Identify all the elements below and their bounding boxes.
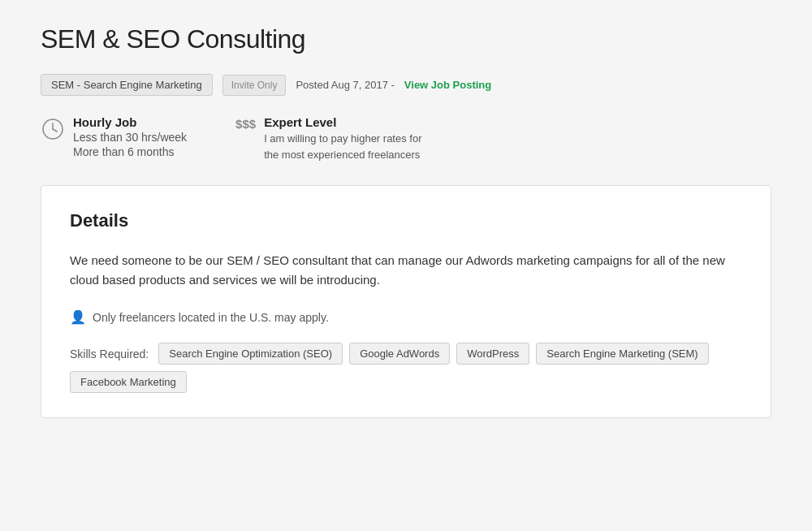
skills-row: Skills Required: Search Engine Optimizat… — [70, 343, 742, 393]
details-heading: Details — [70, 210, 742, 231]
posted-date: Posted Aug 7, 2017 - — [296, 79, 394, 91]
page-title: SEM & SEO Consulting — [41, 24, 771, 54]
expert-label: Expert Level — [264, 115, 426, 129]
skill-tag: Facebook Marketing — [70, 371, 187, 393]
invite-only-badge: Invite Only — [222, 75, 287, 96]
skill-tag: Search Engine Optimization (SEO) — [158, 343, 343, 365]
expert-text: Expert Level I am willing to pay higher … — [264, 115, 426, 162]
job-info-text: Hourly Job Less than 30 hrs/week More th… — [73, 115, 187, 158]
svg-line-2 — [53, 129, 57, 132]
skills-label: Skills Required: — [70, 348, 149, 360]
details-card: Details We need someone to be our SEM / … — [41, 185, 771, 418]
hours-line: Less than 30 hrs/week — [73, 131, 187, 144]
hourly-job-info: Hourly Job Less than 30 hrs/week More th… — [41, 115, 187, 158]
category-tag: SEM - Search Engine Marketing — [41, 74, 213, 96]
meta-row: SEM - Search Engine Marketing Invite Onl… — [41, 74, 771, 96]
job-info-row: Hourly Job Less than 30 hrs/week More th… — [41, 115, 771, 162]
page-container: SEM & SEO Consulting SEM - Search Engine… — [0, 0, 812, 531]
expert-desc: I am willing to pay higher rates for the… — [264, 131, 426, 162]
location-icon: 👤 — [70, 309, 86, 325]
skill-tag: Google AdWords — [349, 343, 450, 365]
skill-tag: Search Engine Marketing (SEM) — [536, 343, 708, 365]
clock-icon — [41, 117, 65, 141]
view-job-link[interactable]: View Job Posting — [404, 79, 491, 91]
details-description: We need someone to be our SEM / SEO cons… — [70, 251, 742, 290]
location-notice: 👤 Only freelancers located in the U.S. m… — [70, 309, 742, 325]
rate-indicator: $$$ — [235, 117, 256, 131]
location-text: Only freelancers located in the U.S. may… — [93, 311, 329, 324]
skill-tag: WordPress — [456, 343, 529, 365]
expert-info: $$$ Expert Level I am willing to pay hig… — [235, 115, 426, 162]
job-type-label: Hourly Job — [73, 115, 187, 129]
duration-line: More than 6 months — [73, 145, 187, 158]
